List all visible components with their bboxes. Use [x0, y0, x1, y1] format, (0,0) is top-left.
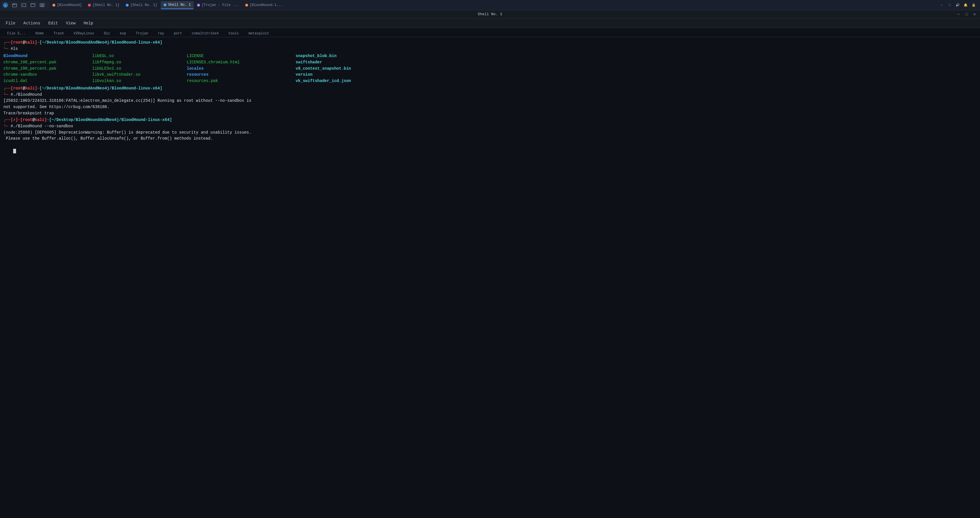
menu-bar: File Actions Edit View Help	[0, 18, 980, 28]
ls-item: libGLESv2.so	[92, 65, 187, 72]
ls-item: version	[296, 72, 977, 78]
tab-dot	[245, 4, 248, 6]
terminal-tab-dic[interactable]: Dic	[99, 30, 115, 37]
ls-item: LICENSES.chromium.html	[187, 59, 296, 65]
window-title: Shell No. 1	[478, 12, 503, 16]
terminal-tab-trash[interactable]: Trash	[49, 30, 69, 37]
prompt-dash-4: ─	[47, 118, 49, 122]
taskbar-right: ─ □ 🔊 🔔 🔒	[939, 2, 979, 8]
tab-dot	[88, 4, 91, 6]
tab-dot	[126, 4, 129, 6]
prompt-root-3: root	[22, 118, 32, 122]
tab-dot	[164, 3, 166, 6]
terminal-tab-meta[interactable]: metasploit	[243, 30, 274, 37]
prompt-host-2: kali	[25, 86, 35, 91]
menu-actions[interactable]: Actions	[20, 20, 44, 27]
ls-item-dir: locales	[187, 65, 296, 72]
lock-icon[interactable]: 🔒	[971, 2, 977, 8]
terminal-tab-port[interactable]: port	[169, 30, 187, 37]
warning-line-2: Please use the Buffer.alloc(), Buffer.al…	[3, 135, 977, 142]
terminal-tab-trojan[interactable]: Trojan	[131, 30, 153, 37]
tab-bloodhound2[interactable]: [BloodHound-l...	[242, 1, 286, 9]
terminal-tab-files[interactable]: File S...	[2, 30, 31, 37]
notification-icon[interactable]: 🔔	[963, 2, 969, 8]
tab-label: [Shell No. 1]	[130, 3, 157, 7]
cmd-bloodhound: #./BloodHound	[11, 92, 42, 97]
error-line-2: not supported. See https://crbug.com/638…	[3, 104, 977, 110]
tab-trojan[interactable]: [Trojan - File ...	[194, 1, 242, 9]
window-close-btn[interactable]: ✕	[971, 12, 978, 17]
terminal-cursor	[13, 149, 16, 153]
terminal-tab-v2ray[interactable]: V2RayLinux	[69, 30, 99, 37]
prompt-x-bracket: [	[11, 118, 13, 122]
window-minimize-btn[interactable]: ─	[955, 12, 962, 17]
svg-text:K: K	[5, 4, 6, 6]
cmd-bloodhound-sandbox: #./BloodHound --no-sandbox	[11, 124, 73, 128]
maximize-icon[interactable]: □	[947, 2, 953, 8]
prompt-arrow-3: └─	[3, 124, 11, 128]
file-manager-icon[interactable]	[10, 1, 19, 9]
window-maximize-btn[interactable]: □	[963, 12, 970, 17]
prompt-line-2: ┌──[root@kali]─[~/Desktop/BloodHoundAndN…	[3, 85, 977, 92]
prompt-bracket-close: ]	[35, 40, 37, 45]
menu-edit[interactable]: Edit	[45, 20, 61, 27]
prompt-at-2: @	[22, 86, 25, 91]
svg-rect-9	[41, 4, 43, 5]
ls-item: chrome_100_percent.pak	[3, 59, 92, 65]
tab-shell1b[interactable]: [Shell No. 1]	[123, 1, 160, 9]
warning-line-1: (node:25888) [DEP0005] DeprecationWarnin…	[3, 129, 977, 136]
prompt-bracket-2: [	[11, 86, 13, 91]
terminal-tab-cobalt[interactable]: cobaltstrike4	[187, 30, 224, 37]
terminal-tab-tools[interactable]: tools	[223, 30, 243, 37]
terminal-tab-exp[interactable]: exp	[115, 30, 131, 37]
tab-label: [BloodHound-l...	[250, 3, 283, 7]
window-controls: ─ □ ✕	[955, 12, 978, 17]
browser-icon[interactable]	[29, 1, 37, 9]
tab-shell1c-active[interactable]: Shell No. 1	[161, 1, 194, 9]
tab-shell1a[interactable]: [Shell No. 1]	[85, 1, 123, 9]
ls-item: chrome_200_percent.pak	[3, 65, 92, 72]
prompt-root-2: root	[13, 86, 23, 91]
prompt-line-1: ┌──[root@kali]─[~/Desktop/BloodHoundAndN…	[3, 40, 977, 46]
prompt-bracket-close-2: ]	[35, 86, 37, 91]
prompt-cmd-2: └─ #./BloodHound	[3, 92, 977, 98]
ls-item: BloodHound	[3, 53, 92, 59]
ls-item: LICENSE	[187, 53, 296, 59]
settings-icon[interactable]	[38, 1, 46, 9]
prompt-host-3: kali	[35, 118, 45, 122]
terminal-body[interactable]: ┌──[root@kali]─[~/Desktop/BloodHoundAndN…	[0, 37, 980, 518]
ls-item: swiftshader	[296, 59, 977, 65]
tab-dot	[52, 4, 55, 6]
taskbar-separator	[48, 2, 48, 8]
title-bar: Shell No. 1 ─ □ ✕	[0, 10, 980, 18]
svg-text:>_: >_	[22, 4, 25, 6]
tab-bloodhound[interactable]: [BloodHound]	[49, 1, 84, 9]
prompt-host: kali	[25, 40, 35, 45]
menu-view[interactable]: View	[62, 20, 79, 27]
menu-file[interactable]: File	[2, 20, 19, 27]
prompt-dash-2: ─	[37, 86, 40, 91]
ls-item: libvk_swiftshader.so	[92, 72, 187, 78]
ls-item-dir: resources	[187, 72, 296, 78]
cursor-line	[3, 142, 977, 161]
prompt-path-bracket: [~/Desktop/BloodHoundAndNeo4j/BloodHound…	[40, 40, 162, 45]
prompt-cmd-3: └─ #./BloodHound --no-sandbox	[3, 123, 977, 129]
terminal-icon[interactable]: >_	[19, 1, 28, 9]
prompt-dash-3: ─	[18, 118, 20, 122]
volume-icon[interactable]: 🔊	[955, 2, 961, 8]
ls-item: libvulkan.so	[92, 78, 187, 84]
svg-rect-11	[41, 6, 43, 6]
tab-dot	[197, 4, 200, 6]
tab-label: [Trojan - File ...	[202, 3, 239, 7]
svg-rect-7	[31, 3, 35, 4]
prompt-arrow-2: └─	[3, 92, 11, 97]
terminal-tab-ray[interactable]: ray	[153, 30, 169, 37]
prompt-bracket-open: ┌──	[3, 40, 11, 45]
prompt-root: root	[13, 40, 23, 45]
minimize-icon[interactable]: ─	[939, 2, 945, 8]
kali-logo-icon[interactable]: K	[1, 1, 10, 9]
error-line-1: [25832:1003/224321.316166:FATAL:electron…	[3, 98, 977, 104]
terminal-tabs-bar: File S... Home Trash V2RayLinux Dic exp …	[0, 28, 980, 37]
terminal-tab-home[interactable]: Home	[31, 30, 49, 37]
menu-help[interactable]: Help	[80, 20, 97, 27]
